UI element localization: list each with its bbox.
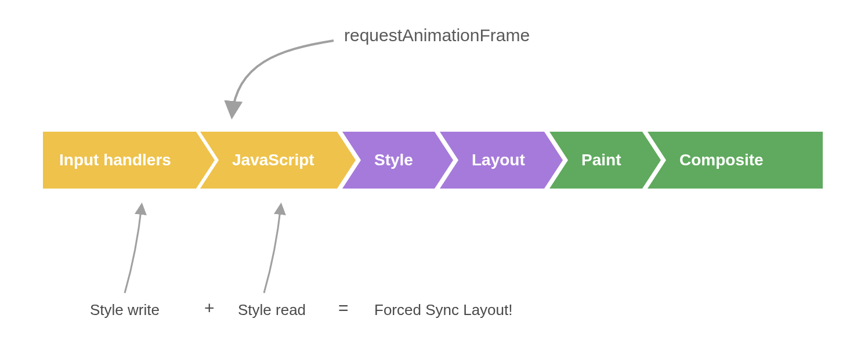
- stage-input-handlers: Input handlers: [43, 132, 215, 189]
- equation-left: Style write: [90, 301, 160, 319]
- stage-label: Input handlers: [43, 151, 171, 169]
- stage-paint: Paint: [549, 132, 661, 189]
- stage-label: Composite: [648, 151, 764, 169]
- equation-equals: =: [338, 298, 349, 318]
- equation-right: Forced Sync Layout!: [374, 301, 512, 319]
- equation-plus: +: [204, 298, 215, 318]
- stage-composite: Composite: [648, 132, 823, 189]
- stage-label: Layout: [440, 151, 525, 169]
- stage-javascript: JavaScript: [200, 132, 356, 189]
- pipeline-diagram: requestAnimationFrame Input handlers Jav…: [0, 0, 868, 351]
- stage-style: Style: [342, 132, 453, 189]
- equation-middle: Style read: [238, 301, 306, 319]
- stage-label: Paint: [549, 151, 621, 169]
- stage-label: Style: [342, 151, 413, 169]
- stage-layout: Layout: [440, 132, 563, 189]
- stage-label: JavaScript: [200, 151, 314, 169]
- annotation-raf-label: requestAnimationFrame: [344, 26, 530, 45]
